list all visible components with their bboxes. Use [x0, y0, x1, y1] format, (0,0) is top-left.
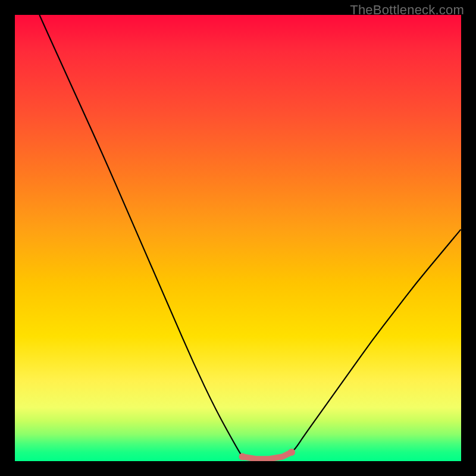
- highlight-dot-right: [288, 449, 295, 456]
- highlight-dot-left: [239, 453, 246, 461]
- bottleneck-curve-svg: [15, 15, 461, 461]
- curve-path: [39, 15, 461, 459]
- plot-area: [15, 15, 461, 461]
- chart-frame: TheBottleneck.com: [0, 0, 476, 476]
- highlight-path: [243, 452, 292, 459]
